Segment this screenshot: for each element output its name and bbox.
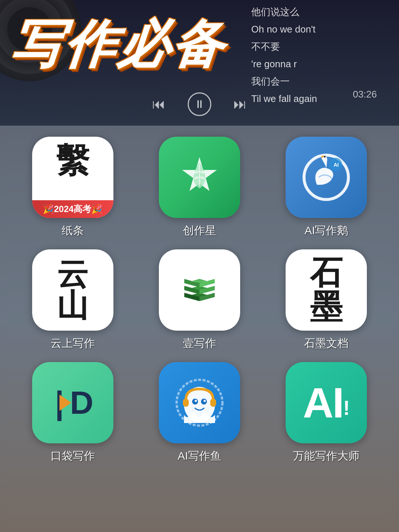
kd-logo: | D	[55, 384, 91, 422]
time-display: 03:26	[353, 89, 377, 100]
app-item-koudai[interactable]: | D 口袋写作	[15, 362, 130, 464]
app-icon-yixiezuo	[159, 249, 240, 331]
app-icon-wanneng: AI !	[286, 362, 367, 443]
app-label-yixiezuo: 壹写作	[183, 336, 216, 351]
app-icon-ai-fish	[159, 362, 240, 443]
app-item-zhitiao[interactable]: 繫 🎉2024高考🎉 纸条	[15, 137, 130, 238]
book-stack-icon	[174, 268, 225, 312]
apps-grid: 繫 🎉2024高考🎉 纸条 创作星	[0, 126, 399, 532]
app-icon-shimo: 石墨	[286, 249, 367, 331]
lyric-1: They say w	[251, 0, 392, 2]
main-title: 写作必备	[9, 18, 228, 70]
app-icon-yunshanxiezuo: 云山	[32, 249, 113, 331]
prev-button[interactable]: ⏮	[152, 96, 166, 112]
svg-point-12	[204, 400, 206, 402]
lyric-2: 他们说这么	[251, 5, 392, 19]
yun-char: 云山	[57, 259, 88, 321]
player-controls: ⏮ ⏸ ⏭	[0, 89, 399, 120]
lyric-5: 're gonna r	[251, 57, 392, 71]
play-pause-button[interactable]: ⏸	[188, 92, 211, 116]
app-label-chuangzuoxing: 创作星	[183, 223, 216, 238]
ai-logo-display: AI !	[303, 382, 350, 424]
ai-exclaim: !	[343, 396, 350, 420]
app-icon-ai-goose: AI	[286, 137, 367, 218]
star-feather-icon	[175, 153, 224, 201]
app-item-ai-goose[interactable]: AI AI写作鹅	[269, 137, 384, 238]
lyric-6: 我们会一	[251, 74, 392, 89]
svg-text:AI: AI	[334, 162, 339, 168]
fish-ghost-icon	[172, 375, 227, 430]
app-item-ai-fish[interactable]: AI写作鱼	[141, 362, 257, 464]
app-label-ai-goose: AI写作鹅	[304, 223, 348, 238]
app-icon-chuangzuoxing	[159, 137, 240, 218]
zhitiao-badge: 🎉2024高考🎉	[32, 200, 113, 218]
app-item-chuangzuoxing[interactable]: 创作星	[141, 137, 257, 238]
app-label-koudai: 口袋写作	[51, 449, 95, 464]
d-letter: D	[70, 384, 91, 422]
app-item-wanneng[interactable]: AI ! 万能写作大师	[269, 362, 384, 464]
app-item-yunshanxiezuo[interactable]: 云山 云上写作	[15, 249, 130, 351]
app-label-shimo: 石墨文档	[304, 336, 348, 351]
app-label-ai-fish: AI写作鱼	[178, 449, 221, 464]
svg-rect-13	[183, 399, 189, 407]
shimo-char: 石墨	[310, 256, 342, 324]
app-item-shimo[interactable]: 石墨 石墨文档	[269, 249, 384, 351]
next-button[interactable]: ⏭	[233, 96, 247, 112]
app-icon-zhitiao: 繫 🎉2024高考🎉	[32, 137, 113, 218]
lyric-3: Oh no we don't	[251, 22, 392, 37]
app-icon-koudai: | D	[32, 362, 113, 443]
ai-text: AI	[303, 382, 343, 424]
svg-point-2	[324, 156, 326, 158]
lyric-4: 不不要	[251, 40, 392, 54]
app-label-wanneng: 万能写作大师	[293, 449, 359, 464]
svg-rect-14	[210, 399, 216, 407]
svg-point-11	[195, 400, 197, 402]
app-label-yunshanxiezuo: 云上写作	[51, 336, 95, 351]
app-label-zhitiao: 纸条	[62, 223, 84, 238]
goose-icon: AI	[297, 148, 356, 207]
app-item-yixiezuo[interactable]: 壹写作	[141, 249, 257, 351]
zhitiao-char: 繫	[56, 144, 89, 177]
